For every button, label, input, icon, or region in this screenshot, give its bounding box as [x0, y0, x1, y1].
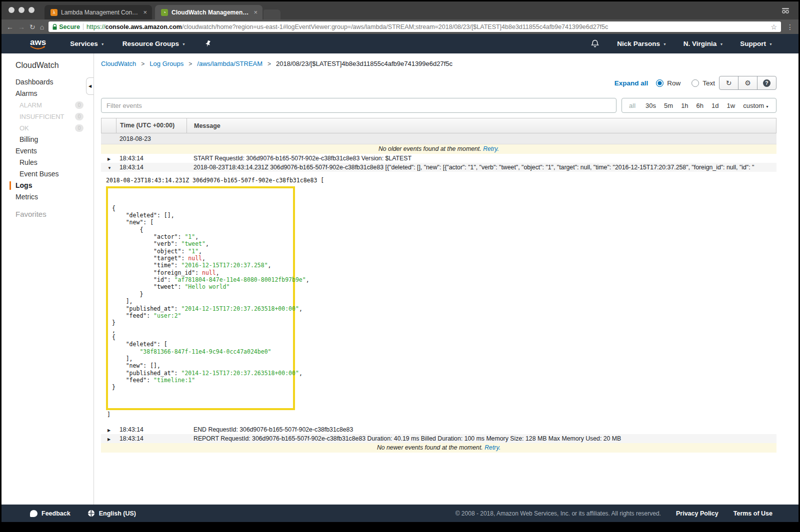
text-radio[interactable]: [692, 79, 699, 87]
sidebar-item-alarms[interactable]: Alarms: [2, 88, 94, 99]
secure-badge[interactable]: Secure: [52, 23, 80, 30]
sidebar-item-ok[interactable]: OK0: [2, 122, 94, 134]
toolbar-button-group: ↻ ⚙ ?: [719, 76, 776, 90]
tab-lambda-console[interactable]: λ Lambda Management Console ×: [44, 5, 152, 19]
settings-button[interactable]: ⚙: [738, 76, 758, 90]
notice-text: No newer events found at the moment.: [377, 444, 483, 451]
footer-left: Feedback English (US): [30, 510, 153, 517]
main-area: CloudWatch Dashboards Alarms ALARM0 INSU…: [2, 53, 798, 505]
services-menu[interactable]: Services ▼: [70, 40, 104, 47]
date-separator-row: 2018-08-23: [101, 133, 776, 144]
region-menu[interactable]: N. Virginia ▼: [684, 40, 723, 47]
tab-close-icon[interactable]: ×: [254, 8, 258, 16]
region-name: N. Virginia: [684, 40, 717, 47]
support-label: Support: [740, 40, 766, 47]
log-event-row-report[interactable]: ▶ 18:43:14 REPORT RequestId: 306d9076-b1…: [101, 434, 776, 443]
sidebar-collapse-button[interactable]: ◀: [86, 77, 94, 95]
sidebar-title: CloudWatch: [2, 61, 94, 70]
text-radio-label[interactable]: Text: [702, 79, 715, 87]
sidebar: CloudWatch Dashboards Alarms ALARM0 INSU…: [2, 53, 94, 505]
log-event-row-payload[interactable]: ▼ 18:43:14 2018-08-23T18:43:14.231Z 306d…: [101, 163, 776, 172]
privacy-policy-link[interactable]: Privacy Policy: [676, 510, 718, 517]
pin-icon[interactable]: [204, 40, 211, 47]
range-custom-label: custom: [743, 102, 764, 109]
filter-events-input[interactable]: [101, 98, 616, 113]
terms-of-use-link[interactable]: Terms of Use: [734, 510, 772, 517]
range-5m[interactable]: 5m: [660, 102, 677, 109]
expand-arrow-icon[interactable]: ▶: [108, 428, 110, 433]
range-all[interactable]: all: [625, 102, 642, 109]
expand-arrow-icon[interactable]: ▶: [108, 437, 110, 442]
feedback-button[interactable]: Feedback: [30, 510, 70, 517]
expand-arrow-icon[interactable]: ▶: [108, 157, 110, 161]
sidebar-item-billing[interactable]: Billing: [2, 134, 94, 145]
maximize-window-button[interactable]: [28, 7, 34, 13]
breadcrumb-separator: >: [141, 60, 144, 67]
forward-button[interactable]: →: [18, 23, 25, 30]
tab-title: Lambda Management Console: [61, 9, 140, 16]
refresh-button[interactable]: ↻: [719, 76, 738, 90]
table-header: Time (UTC +00:00) Message: [101, 118, 776, 133]
event-time: 18:43:14: [116, 435, 186, 442]
tab-title: CloudWatch Management Con: [172, 9, 250, 16]
range-6h[interactable]: 6h: [692, 102, 708, 109]
sidebar-item-alarm[interactable]: ALARM0: [2, 99, 94, 111]
language-selector[interactable]: English (US): [88, 510, 136, 517]
range-1h[interactable]: 1h: [677, 102, 692, 109]
sidebar-item-rules[interactable]: Rules: [2, 157, 94, 168]
row-radio[interactable]: [656, 79, 664, 87]
tab-cloudwatch-console[interactable]: ◔ CloudWatch Management Con ×: [155, 5, 262, 19]
expand-all-link[interactable]: Expand all: [614, 79, 648, 87]
help-button[interactable]: ?: [757, 76, 776, 90]
collapse-arrow-icon[interactable]: ▼: [108, 166, 112, 170]
close-window-button[interactable]: [8, 7, 14, 13]
breadcrumb-log-group[interactable]: /aws/lambda/STREAM: [197, 60, 262, 67]
services-label: Services: [70, 40, 98, 47]
reload-button[interactable]: ↻: [30, 23, 36, 30]
range-1d[interactable]: 1d: [708, 102, 722, 109]
row-radio-label[interactable]: Row: [667, 79, 680, 87]
retry-link[interactable]: Retry.: [484, 444, 500, 451]
range-30s[interactable]: 30s: [642, 102, 660, 109]
address-bar[interactable]: Secure https://console.aws.amazon.com/cl…: [48, 21, 781, 32]
browser-menu-icon[interactable]: ⋮: [786, 23, 794, 31]
retry-link[interactable]: Retry.: [483, 145, 499, 152]
json-log-lines: { "deleted": [], "new": [ { "actor": "1"…: [112, 205, 289, 391]
footer-right: © 2008 - 2018, Amazon Web Services, Inc.…: [456, 510, 772, 517]
bookmark-star-icon[interactable]: ☆: [770, 23, 777, 31]
log-event-row-start[interactable]: ▶ 18:43:14 START RequestId: 306d9076-b16…: [101, 154, 776, 163]
tab-close-icon[interactable]: ×: [143, 8, 147, 16]
breadcrumb-log-groups[interactable]: Log Groups: [150, 60, 184, 67]
home-button[interactable]: ⌂: [40, 23, 44, 30]
range-custom[interactable]: custom▼: [739, 102, 773, 109]
help-icon: ?: [763, 79, 770, 87]
sidebar-item-logs[interactable]: Logs: [2, 180, 94, 191]
resource-groups-menu[interactable]: Resource Groups ▼: [122, 40, 186, 47]
log-event-row-end[interactable]: ▶ 18:43:14 END RequestId: 306d9076-b165-…: [101, 425, 776, 434]
sidebar-item-dashboards[interactable]: Dashboards: [2, 76, 94, 88]
aws-logo[interactable]: aws: [30, 38, 46, 49]
url-path: /cloudwatch/home?region=us-east-1#logEve…: [182, 23, 608, 30]
sidebar-item-metrics[interactable]: Metrics: [2, 191, 94, 203]
support-menu[interactable]: Support ▼: [740, 40, 772, 47]
expanded-log-event: 2018-08-23T18:43:14.231Z 306d9076-b165-5…: [101, 172, 776, 425]
user-menu[interactable]: Nick Parsons ▼: [617, 40, 666, 47]
speech-bubble-icon: [30, 510, 38, 517]
header-arrow-col: [102, 118, 116, 133]
window-controls[interactable]: [8, 7, 34, 13]
sidebar-item-insufficient[interactable]: INSUFFICIENT0: [2, 111, 94, 122]
event-message: END RequestId: 306d9076-b165-507f-902e-c…: [186, 426, 776, 433]
range-1w[interactable]: 1w: [723, 102, 740, 109]
sidebar-item-event-buses[interactable]: Event Buses: [2, 168, 94, 180]
expanded-event-closing-bracket: ]: [107, 411, 776, 418]
back-button[interactable]: ←: [6, 23, 14, 30]
sidebar-favorites[interactable]: Favorites: [2, 210, 94, 218]
notifications-bell-icon[interactable]: [591, 39, 599, 48]
new-tab-button[interactable]: [264, 9, 280, 19]
breadcrumb-cloudwatch[interactable]: CloudWatch: [101, 60, 136, 67]
time-column-header: Time (UTC +00:00): [116, 118, 187, 133]
highlighted-json-box: { "deleted": [], "new": [ { "actor": "1"…: [106, 186, 295, 410]
count-badge: 0: [75, 113, 84, 120]
minimize-window-button[interactable]: [18, 7, 24, 13]
sidebar-item-events[interactable]: Events: [2, 145, 94, 157]
